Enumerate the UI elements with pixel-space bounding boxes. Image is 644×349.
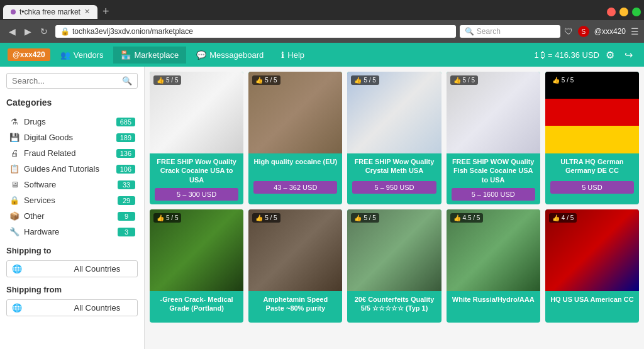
tor-no-script-icon[interactable]: S (578, 26, 589, 37)
category-label: Software (24, 180, 114, 189)
product-card[interactable]: 👍 5 / 5 High quality cocaine (EU) 43 – 3… (248, 72, 342, 204)
back-button[interactable]: ◀ (5, 25, 19, 38)
product-info: High quality cocaine (EU) 43 – 362 USD (248, 153, 342, 197)
thumbs-up-icon: 👍 (255, 77, 263, 84)
url-bar[interactable]: 🔒 tochka3evlj3sxdv.onion/marketplace (55, 25, 456, 38)
rating-value: 5 / 5 (265, 214, 277, 221)
product-card[interactable]: 👍 5 / 5 FREE SHIP WOW Quality Fish Scale… (447, 72, 540, 204)
help-nav[interactable]: ℹ Help (274, 47, 312, 64)
url-text: tochka3evlj3sxdv.onion/marketplace (72, 27, 193, 36)
shipping-from-section: Shipping from 🌐 All Countries (6, 285, 138, 316)
product-card[interactable]: 👍 5 / 5 -Green Crack- Medical Grade (Por… (150, 209, 243, 323)
product-grid: 👍 5 / 5 FREE SHIP Wow Quality Crack Coca… (150, 72, 639, 323)
menu-icon[interactable]: ☰ (631, 26, 639, 36)
product-card[interactable]: 👍 5 / 5 ULTRA HQ German Germany DE CC 5 … (545, 72, 639, 204)
window-minimize-button[interactable] (619, 8, 628, 16)
help-icon: ℹ (281, 50, 284, 60)
security-icon[interactable]: 🛡 (564, 26, 573, 36)
active-tab[interactable]: t•chka free market ✕ (3, 5, 97, 19)
product-title: FREE SHIP Wow Quality Crack Cocaine USA … (155, 157, 238, 184)
product-info: FREE SHIP Wow Quality Crack Cocaine USA … (150, 153, 243, 204)
product-info: White Russia/Hydro/AAA (447, 291, 540, 323)
product-title: Amphetamin Speed Paste ~80% purity (253, 295, 337, 315)
rating-value: 5 / 5 (364, 77, 375, 84)
sidebar-search-icon: 🔍 (122, 76, 132, 86)
product-title: ULTRA HQ German Germany DE CC (550, 157, 634, 177)
nav-bar: ◀ ▶ ↻ 🔒 tochka3evlj3sxdv.onion/marketpla… (0, 20, 644, 43)
shipping-from-value: All Countries (74, 303, 133, 313)
category-count: 33 (118, 180, 135, 189)
rating-value: 5 / 5 (364, 214, 375, 221)
forward-button[interactable]: ▶ (21, 25, 35, 38)
sidebar-item-digital-goods[interactable]: 💾 Digital Goods 189 (6, 130, 138, 145)
rating-badge: 👍 5 / 5 (549, 75, 577, 85)
rating-badge: 👍 5 / 5 (351, 75, 379, 85)
product-title: FREE SHIP WOW Quality Fish Scale Cocaine… (452, 157, 535, 184)
category-label: Fraud Related (24, 148, 113, 158)
product-image: 👍 4.5 / 5 (447, 209, 540, 291)
product-price: 5 – 1600 USD (452, 188, 535, 201)
product-card[interactable]: 👍 5 / 5 Amphetamin Speed Paste ~80% puri… (248, 209, 342, 323)
product-info: HQ US USA American CC (545, 291, 639, 323)
tab-title: t•chka free market (19, 8, 80, 16)
thumbs-up-icon: 👍 (157, 214, 164, 221)
rating-badge: 👍 5 / 5 (153, 75, 181, 85)
product-card[interactable]: 👍 4 / 5 HQ US USA American CC (545, 209, 639, 323)
sidebar-search-input[interactable] (12, 76, 122, 86)
sidebar-item-drugs[interactable]: ⚗ Drugs 685 (6, 114, 138, 130)
product-image: 👍 5 / 5 (347, 72, 441, 153)
marketplace-icon: 🏪 (121, 50, 131, 60)
tor-icon (11, 9, 16, 14)
category-icon: 📋 (9, 164, 20, 174)
settings-icon[interactable]: ⚙ (602, 45, 618, 65)
categories-list: ⚗ Drugs 685 💾 Digital Goods 189 🖨 Fraud … (6, 114, 138, 240)
main-layout: 🔍 Categories ⚗ Drugs 685 💾 Digital Goods… (0, 67, 644, 349)
sidebar-item-other[interactable]: 📦 Other 9 (6, 208, 138, 224)
product-image: 👍 5 / 5 (447, 72, 540, 153)
logout-icon[interactable]: ↪ (621, 45, 636, 65)
user-badge[interactable]: @xxx420 (8, 48, 50, 61)
product-info: ULTRA HQ German Germany DE CC 5 USD (545, 153, 639, 197)
new-tab-button[interactable]: + (97, 5, 114, 18)
marketplace-nav[interactable]: 🏪 Marketplace (113, 47, 186, 64)
product-info: FREE SHIP Wow Quality Crystal Meth USA 5… (347, 153, 441, 197)
product-image: 👍 5 / 5 (248, 72, 342, 153)
sidebar-item-software[interactable]: 🖥 Software 33 (6, 177, 138, 192)
window-maximize-button[interactable] (632, 8, 641, 16)
category-label: Hardware (24, 227, 114, 236)
product-price: 5 USD (550, 181, 634, 194)
window-close-button[interactable] (607, 8, 616, 16)
category-label: Digital Goods (24, 133, 113, 142)
shipping-to-title: Shipping to (6, 246, 138, 255)
shipping-from-dropdown[interactable]: 🌐 All Countries (6, 299, 138, 316)
category-label: Other (24, 211, 114, 221)
sidebar-item-fraud-related[interactable]: 🖨 Fraud Related 136 (6, 145, 138, 161)
product-image: 👍 5 / 5 (347, 209, 441, 291)
rating-badge: 👍 5 / 5 (153, 213, 181, 223)
close-tab-button[interactable]: ✕ (84, 8, 90, 16)
window-controls (607, 8, 641, 16)
sidebar-item-guides-and-tutorials[interactable]: 📋 Guides And Tutorials 106 (6, 161, 138, 177)
shipping-to-dropdown[interactable]: 🌐 All Countries (6, 260, 138, 277)
sidebar-item-hardware[interactable]: 🔧 Hardware 3 (6, 224, 138, 240)
nav-arrows: ◀ ▶ ↻ (5, 25, 52, 38)
browser-search-bar[interactable]: 🔍 Search (460, 25, 560, 38)
category-count: 136 (116, 149, 135, 158)
product-title: 20€ Counterfeits Quality 5/5 ☆☆☆☆☆ (Typ … (352, 295, 436, 315)
thumbs-up-icon: 👍 (354, 77, 362, 84)
product-card[interactable]: 👍 5 / 5 20€ Counterfeits Quality 5/5 ☆☆☆… (347, 209, 441, 323)
rating-value: 4.5 / 5 (463, 214, 480, 221)
product-image: 👍 5 / 5 (248, 209, 342, 291)
sidebar-item-services[interactable]: 🔒 Services 29 (6, 192, 138, 208)
reload-button[interactable]: ↻ (36, 25, 52, 38)
shipping-to-section: Shipping to 🌐 All Countries (6, 246, 138, 277)
category-count: 29 (118, 196, 135, 205)
product-card[interactable]: 👍 5 / 5 FREE SHIP Wow Quality Crack Coca… (150, 72, 243, 204)
product-card[interactable]: 👍 5 / 5 FREE SHIP Wow Quality Crystal Me… (347, 72, 441, 204)
product-card[interactable]: 👍 4.5 / 5 White Russia/Hydro/AAA (447, 209, 540, 323)
sidebar-search-box[interactable]: 🔍 (6, 73, 138, 89)
messageboard-nav[interactable]: 💬 Messageboard (189, 47, 271, 64)
vendors-nav[interactable]: 👥 Vendors (53, 47, 111, 64)
category-label: Guides And Tutorials (24, 164, 113, 174)
product-area: 👍 5 / 5 FREE SHIP Wow Quality Crack Coca… (145, 67, 644, 349)
